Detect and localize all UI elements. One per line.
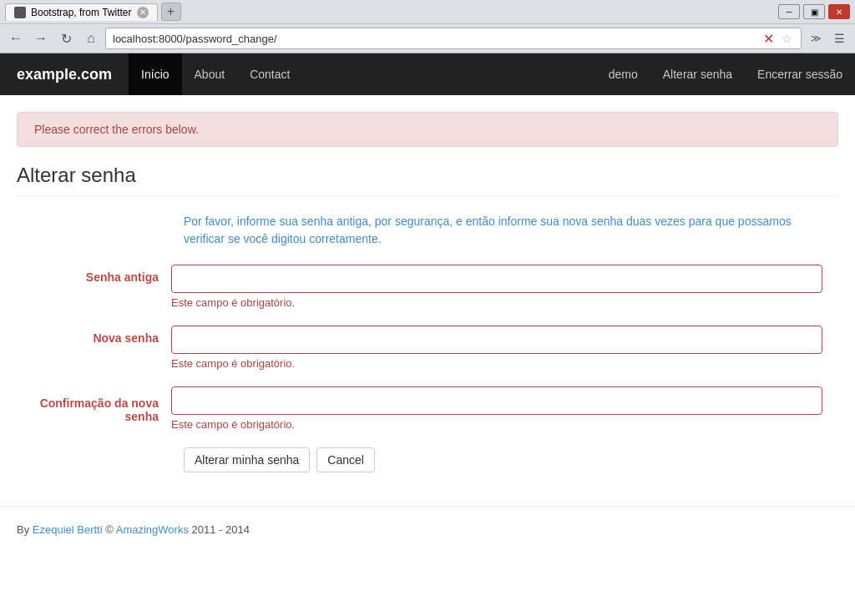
alert-error: Please correct the errors below.: [17, 112, 838, 147]
navbar-brand[interactable]: example.com: [0, 66, 129, 83]
browser-toolbar: ← → ↻ ⌂ localhost:8000/password_change/ …: [0, 23, 855, 53]
form-description: Por favor, informe sua senha antiga, por…: [184, 213, 818, 248]
menu-button[interactable]: ☰: [828, 28, 850, 49]
address-bar[interactable]: localhost:8000/password_change/ ✕ ☆: [105, 28, 802, 49]
browser-titlebar: Bootstrap, from Twitter ✕ + ─ ▣ ✕: [0, 0, 855, 23]
home-button[interactable]: ⌂: [80, 28, 102, 49]
stop-icon[interactable]: ✕: [761, 31, 776, 46]
input-nova-senha[interactable]: [171, 326, 822, 354]
maximize-button[interactable]: ▣: [803, 4, 825, 19]
url-text: localhost:8000/password_change/: [113, 33, 761, 45]
navbar-right: demo Alterar senha Encerrar sessão: [596, 53, 855, 95]
footer-author[interactable]: Ezequiel Bertti: [33, 523, 103, 536]
nav-right-encerrar[interactable]: Encerrar sessão: [745, 53, 855, 95]
field-wrap-senha-antiga: Este campo é obrigatório.: [171, 265, 822, 309]
extensions-button[interactable]: ≫: [805, 28, 827, 49]
footer-separator: ©: [103, 523, 116, 536]
label-senha-antiga: Senha antiga: [17, 265, 171, 284]
toolbar-extras: ≫ ☰: [805, 28, 850, 49]
form-container: Por favor, informe sua senha antiga, por…: [0, 213, 855, 472]
nav-link-inicio[interactable]: Início: [129, 53, 181, 95]
footer-prefix: By: [17, 523, 33, 536]
field-group-nova-senha: Nova senha Este campo é obrigatório.: [17, 326, 838, 370]
minimize-button[interactable]: ─: [778, 4, 800, 19]
footer: By Ezequiel Bertti © AmazingWorks 2011 -…: [0, 506, 855, 553]
tab-title: Bootstrap, from Twitter: [31, 7, 132, 18]
footer-years: 2011 - 2014: [189, 523, 250, 536]
field-group-senha-antiga: Senha antiga Este campo é obrigatório.: [17, 265, 838, 309]
page-title: Alterar senha: [17, 164, 838, 196]
navbar: example.com Início About Contact demo Al…: [0, 53, 855, 95]
alert-message: Please correct the errors below.: [34, 123, 199, 136]
navbar-links: Início About Contact: [129, 53, 302, 95]
nav-link-about[interactable]: About: [182, 53, 238, 95]
input-confirmacao[interactable]: [171, 386, 822, 415]
cancel-button[interactable]: Cancel: [316, 447, 375, 472]
tab-close-button[interactable]: ✕: [137, 7, 149, 18]
error-nova-senha: Este campo é obrigatório.: [171, 357, 822, 370]
nav-right-demo[interactable]: demo: [596, 53, 650, 95]
close-button[interactable]: ✕: [828, 4, 850, 19]
field-group-confirmacao: Confirmação da nova senha Este campo é o…: [17, 386, 838, 431]
field-wrap-nova-senha: Este campo é obrigatório.: [171, 326, 822, 370]
nav-link-contact[interactable]: Contact: [237, 53, 302, 95]
footer-company[interactable]: AmazingWorks: [116, 523, 189, 536]
input-senha-antiga[interactable]: [171, 265, 822, 293]
bookmark-icon[interactable]: ☆: [779, 31, 794, 46]
label-confirmacao: Confirmação da nova senha: [17, 386, 171, 423]
back-button[interactable]: ←: [5, 28, 27, 49]
submit-button[interactable]: Alterar minha senha: [184, 447, 310, 472]
new-tab-button[interactable]: +: [161, 3, 181, 21]
form-actions: Alterar minha senha Cancel: [184, 447, 838, 472]
browser-chrome: Bootstrap, from Twitter ✕ + ─ ▣ ✕ ← → ↻ …: [0, 0, 855, 53]
refresh-button[interactable]: ↻: [55, 28, 77, 49]
tab-page-icon: [14, 7, 26, 18]
nav-right-alterar-senha[interactable]: Alterar senha: [650, 53, 745, 95]
error-confirmacao: Este campo é obrigatório.: [171, 418, 822, 431]
address-icons: ✕ ☆: [761, 31, 794, 46]
error-senha-antiga: Este campo é obrigatório.: [171, 296, 822, 309]
forward-button[interactable]: →: [30, 28, 52, 49]
label-nova-senha: Nova senha: [17, 326, 171, 345]
window-controls: ─ ▣ ✕: [778, 4, 850, 19]
field-wrap-confirmacao: Este campo é obrigatório.: [171, 386, 822, 431]
browser-tab[interactable]: Bootstrap, from Twitter ✕: [5, 3, 158, 21]
